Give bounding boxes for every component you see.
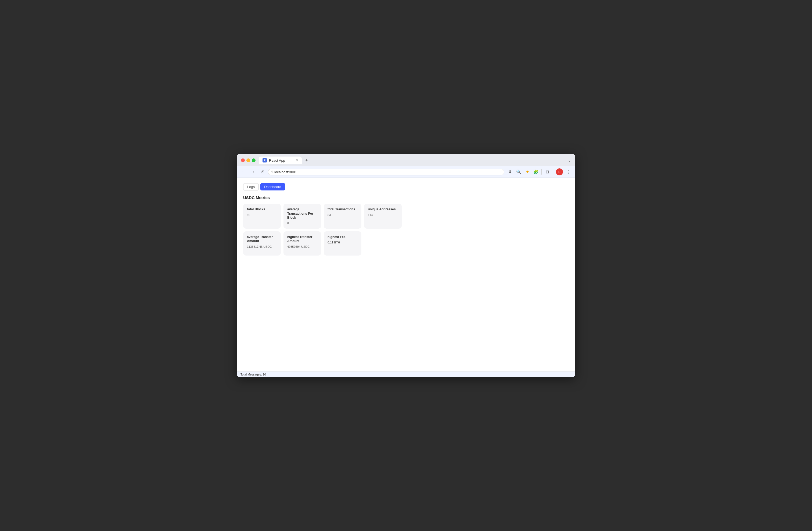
- minimize-button[interactable]: [246, 158, 250, 162]
- tab-favicon: R: [262, 158, 267, 163]
- metric-value: 49359694 USDC: [287, 245, 317, 248]
- metric-value: 1135517.46 USDC: [247, 245, 277, 248]
- profile-icon[interactable]: F: [556, 168, 563, 176]
- close-button[interactable]: [241, 158, 245, 162]
- tab-bar: R React App × + ⌄: [259, 156, 571, 164]
- new-tab-button[interactable]: +: [303, 156, 310, 164]
- metrics-grid: total Blocks 10 average Transactions Per…: [243, 204, 569, 255]
- metric-value: 8: [287, 222, 317, 225]
- tab-close-icon[interactable]: ×: [296, 158, 298, 162]
- status-text: Total Messages: 10: [241, 373, 266, 376]
- forward-button[interactable]: →: [250, 169, 256, 175]
- metric-card-avg-transfer-amount: average Transfer Amount 1135517.46 USDC: [243, 231, 281, 255]
- status-bar: Total Messages: 10: [237, 372, 575, 377]
- browser-window: R React App × + ⌄ ← → ↺ ℹ localhost:3001…: [237, 154, 575, 377]
- metric-card-total-blocks: total Blocks 10: [243, 204, 281, 229]
- browser-tab[interactable]: R React App ×: [259, 156, 302, 164]
- metric-label: average Transfer Amount: [247, 235, 277, 243]
- tab-expand-icon[interactable]: ⌄: [568, 158, 571, 163]
- toolbar-divider-2: [553, 169, 553, 174]
- address-url: localhost:3001: [274, 170, 297, 174]
- metric-card-avg-tx-per-block: average Transactions Per Block 8: [284, 204, 321, 229]
- tab-title: React App: [269, 158, 285, 163]
- toolbar-divider: [541, 169, 542, 174]
- extensions-icon[interactable]: 🧩: [533, 169, 539, 175]
- toolbar-icons: ⬇ 🔍 ★ 🧩 ⊟ F ⋮: [507, 168, 571, 176]
- zoom-icon[interactable]: 🔍: [516, 169, 522, 175]
- bookmark-icon[interactable]: ★: [524, 169, 530, 175]
- back-button[interactable]: ←: [241, 169, 247, 175]
- address-info-icon: ℹ: [271, 170, 273, 174]
- download-icon[interactable]: ⬇: [507, 169, 513, 175]
- metric-label: average Transactions Per Block: [287, 207, 317, 220]
- refresh-button[interactable]: ↺: [259, 169, 265, 175]
- metric-card-unique-addresses: unique Addresses 114: [364, 204, 402, 229]
- nav-tabs: Logs Dashboard: [243, 183, 569, 191]
- metric-label: highest Transfer Amount: [287, 235, 317, 243]
- metric-value: 0.11 ETH: [328, 241, 358, 244]
- metric-value: 10: [247, 213, 277, 216]
- tab-logs[interactable]: Logs: [243, 183, 259, 191]
- sidebar-icon[interactable]: ⊟: [545, 169, 550, 175]
- title-bar: R React App × + ⌄: [237, 154, 575, 166]
- traffic-lights: [241, 158, 256, 162]
- metric-label: unique Addresses: [368, 207, 398, 212]
- metric-card-highest-fee: highest Fee 0.11 ETH: [324, 231, 361, 255]
- address-box[interactable]: ℹ localhost:3001: [268, 169, 504, 176]
- more-menu-icon[interactable]: ⋮: [566, 169, 571, 175]
- section-title: USDC Metrics: [243, 195, 569, 200]
- metric-value: 83: [328, 213, 358, 216]
- page-content: Logs Dashboard USDC Metrics total Blocks…: [237, 178, 575, 372]
- metric-label: total Blocks: [247, 207, 277, 212]
- address-bar-row: ← → ↺ ℹ localhost:3001 ⬇ 🔍 ★ 🧩 ⊟ F ⋮: [237, 166, 575, 178]
- metric-card-highest-transfer-amount: highest Transfer Amount 49359694 USDC: [284, 231, 321, 255]
- metric-card-total-transactions: total Transactions 83: [324, 204, 361, 229]
- maximize-button[interactable]: [252, 158, 256, 162]
- tab-dashboard[interactable]: Dashboard: [260, 183, 285, 191]
- metric-label: highest Fee: [328, 235, 358, 239]
- metric-value: 114: [368, 213, 398, 216]
- metric-label: total Transactions: [328, 207, 358, 212]
